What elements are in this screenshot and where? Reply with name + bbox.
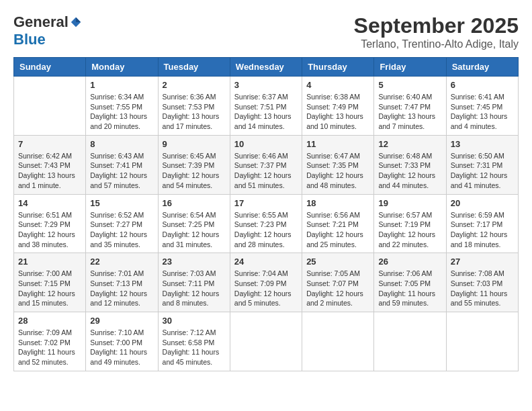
day-info: Sunrise: 6:42 AMSunset: 7:43 PMDaylight:…	[18, 151, 81, 191]
day-info-line: Sunset: 7:55 PM	[90, 102, 153, 112]
day-info-line: Daylight: 13 hours	[306, 111, 369, 122]
day-info-line: Daylight: 13 hours	[163, 111, 226, 122]
calendar-cell: 5Sunrise: 6:40 AMSunset: 7:47 PMDaylight…	[374, 77, 446, 136]
day-info-line: Sunrise: 6:38 AM	[306, 92, 369, 102]
day-number: 15	[90, 198, 153, 208]
day-number: 26	[378, 257, 441, 267]
day-info-line: Daylight: 11 hours	[378, 289, 441, 299]
calendar-cell	[14, 77, 86, 136]
day-info-line: Sunrise: 7:10 AM	[90, 328, 153, 338]
calendar-cell: 8Sunrise: 6:43 AMSunset: 7:41 PMDaylight…	[86, 135, 158, 194]
day-info-line: Sunset: 7:21 PM	[306, 220, 369, 230]
day-info-line: and 28 minutes.	[234, 240, 298, 250]
day-info-line: and 1 minute.	[18, 181, 81, 191]
day-number: 14	[18, 198, 81, 208]
day-info-line: Daylight: 13 hours	[234, 111, 298, 122]
day-info: Sunrise: 6:45 AMSunset: 7:39 PMDaylight:…	[163, 151, 226, 191]
day-info: Sunrise: 6:57 AMSunset: 7:19 PMDaylight:…	[378, 210, 441, 250]
header-friday: Friday	[374, 58, 446, 77]
day-info-line: Daylight: 12 hours	[378, 230, 441, 240]
title-block: September 2025 Terlano, Trentino-Alto Ad…	[354, 13, 519, 50]
day-info-line: Sunset: 7:33 PM	[378, 161, 441, 171]
day-info-line: Sunrise: 6:42 AM	[18, 151, 81, 161]
day-info-line: and 12 minutes.	[90, 298, 153, 308]
calendar-week-row: 7Sunrise: 6:42 AMSunset: 7:43 PMDaylight…	[14, 135, 519, 194]
day-info-line: Daylight: 12 hours	[90, 171, 153, 181]
day-info-line: and 35 minutes.	[90, 240, 153, 250]
day-info-line: Daylight: 11 hours	[90, 347, 153, 357]
day-info: Sunrise: 6:38 AMSunset: 7:49 PMDaylight:…	[306, 92, 369, 132]
day-info-line: Sunset: 7:11 PM	[163, 279, 226, 289]
day-info-line: Sunrise: 6:46 AM	[234, 151, 298, 161]
day-info-line: Sunset: 7:27 PM	[90, 220, 153, 230]
day-number: 3	[234, 80, 298, 90]
day-number: 5	[378, 80, 441, 90]
calendar-week-row: 1Sunrise: 6:34 AMSunset: 7:55 PMDaylight…	[14, 77, 519, 136]
calendar-cell: 21Sunrise: 7:00 AMSunset: 7:15 PMDayligh…	[14, 253, 86, 312]
calendar-cell: 26Sunrise: 7:06 AMSunset: 7:05 PMDayligh…	[374, 253, 446, 312]
day-info-line: Sunrise: 7:09 AM	[18, 328, 81, 338]
day-number: 17	[234, 198, 298, 208]
day-info-line: and 17 minutes.	[163, 122, 226, 132]
day-number: 19	[378, 198, 441, 208]
day-number: 11	[306, 139, 369, 149]
day-info-line: and 48 minutes.	[306, 181, 369, 191]
day-info: Sunrise: 7:09 AMSunset: 7:02 PMDaylight:…	[18, 328, 81, 367]
calendar-cell: 28Sunrise: 7:09 AMSunset: 7:02 PMDayligh…	[14, 312, 86, 371]
day-info-line: Sunrise: 6:50 AM	[451, 151, 514, 161]
day-info: Sunrise: 6:51 AMSunset: 7:29 PMDaylight:…	[18, 210, 81, 250]
day-info: Sunrise: 6:34 AMSunset: 7:55 PMDaylight:…	[90, 92, 153, 132]
calendar-cell: 7Sunrise: 6:42 AMSunset: 7:43 PMDaylight…	[14, 135, 86, 194]
day-info-line: Sunset: 7:41 PM	[90, 161, 153, 171]
day-info-line: Sunset: 7:15 PM	[18, 279, 81, 289]
day-info-line: and 7 minutes.	[378, 122, 441, 132]
day-info: Sunrise: 7:05 AMSunset: 7:07 PMDaylight:…	[306, 269, 369, 308]
day-info: Sunrise: 7:06 AMSunset: 7:05 PMDaylight:…	[378, 269, 441, 308]
calendar-cell: 30Sunrise: 7:12 AMSunset: 6:58 PMDayligh…	[158, 312, 230, 371]
day-number: 22	[90, 257, 153, 267]
calendar-cell: 20Sunrise: 6:59 AMSunset: 7:17 PMDayligh…	[446, 194, 518, 253]
day-info-line: and 57 minutes.	[90, 181, 153, 191]
calendar-cell: 11Sunrise: 6:47 AMSunset: 7:35 PMDayligh…	[302, 135, 374, 194]
calendar-week-row: 21Sunrise: 7:00 AMSunset: 7:15 PMDayligh…	[14, 253, 519, 312]
day-info-line: Sunset: 7:02 PM	[18, 338, 81, 348]
day-info: Sunrise: 6:54 AMSunset: 7:25 PMDaylight:…	[163, 210, 226, 250]
day-info-line: Daylight: 13 hours	[451, 111, 514, 122]
location: Terlano, Trentino-Alto Adige, Italy	[354, 38, 519, 50]
day-info-line: Sunrise: 6:43 AM	[90, 151, 153, 161]
day-info-line: Sunrise: 7:12 AM	[163, 328, 226, 338]
logo-general: General	[13, 13, 69, 31]
day-info-line: Sunrise: 6:54 AM	[163, 210, 226, 220]
svg-marker-1	[76, 17, 81, 22]
page-header: General Blue September 2025 Terlano, Tre…	[13, 13, 519, 50]
day-info-line: Daylight: 12 hours	[234, 230, 298, 240]
day-info-line: Daylight: 12 hours	[451, 171, 514, 181]
calendar-cell: 22Sunrise: 7:01 AMSunset: 7:13 PMDayligh…	[86, 253, 158, 312]
day-info: Sunrise: 6:43 AMSunset: 7:41 PMDaylight:…	[90, 151, 153, 191]
calendar-cell: 9Sunrise: 6:45 AMSunset: 7:39 PMDaylight…	[158, 135, 230, 194]
day-number: 27	[451, 257, 514, 267]
day-info-line: and 55 minutes.	[451, 298, 514, 308]
day-info-line: Sunset: 7:29 PM	[18, 220, 81, 230]
day-info: Sunrise: 6:46 AMSunset: 7:37 PMDaylight:…	[234, 151, 298, 191]
day-info-line: Sunset: 7:53 PM	[163, 102, 226, 112]
day-info-line: Sunset: 7:03 PM	[451, 279, 514, 289]
day-number: 8	[90, 139, 153, 149]
day-info-line: Daylight: 12 hours	[18, 289, 81, 299]
day-info-line: Sunrise: 6:52 AM	[90, 210, 153, 220]
calendar-cell: 1Sunrise: 6:34 AMSunset: 7:55 PMDaylight…	[86, 77, 158, 136]
day-number: 28	[18, 316, 81, 326]
day-number: 4	[306, 80, 369, 90]
day-info: Sunrise: 6:36 AMSunset: 7:53 PMDaylight:…	[163, 92, 226, 132]
day-info-line: Daylight: 12 hours	[18, 230, 81, 240]
calendar-cell: 2Sunrise: 6:36 AMSunset: 7:53 PMDaylight…	[158, 77, 230, 136]
logo: General Blue	[13, 13, 82, 48]
day-info-line: Daylight: 11 hours	[451, 289, 514, 299]
day-info-line: and 31 minutes.	[163, 240, 226, 250]
day-info-line: and 10 minutes.	[306, 122, 369, 132]
calendar-cell: 14Sunrise: 6:51 AMSunset: 7:29 PMDayligh…	[14, 194, 86, 253]
day-info: Sunrise: 6:59 AMSunset: 7:17 PMDaylight:…	[451, 210, 514, 250]
day-info-line: Sunset: 7:43 PM	[18, 161, 81, 171]
day-info-line: Sunrise: 7:04 AM	[234, 269, 298, 279]
day-info-line: Sunrise: 7:01 AM	[90, 269, 153, 279]
